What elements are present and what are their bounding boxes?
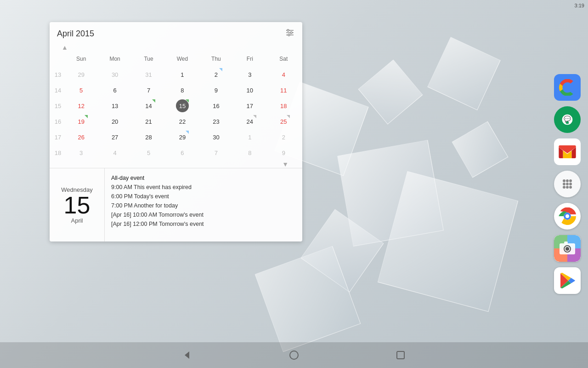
svg-point-31 [290, 351, 298, 359]
event-item: 6:00 PM Today's event [111, 192, 296, 201]
calendar-day[interactable]: 1 [233, 129, 266, 145]
calendar-day[interactable]: 8 [165, 82, 199, 98]
calendar-day[interactable]: 25 [267, 114, 300, 129]
calendar-day[interactable]: 8 [233, 145, 266, 161]
day-number: 15 [64, 193, 90, 217]
chrome-app-icon[interactable] [554, 203, 581, 230]
home-button[interactable] [287, 348, 301, 362]
week-number: 18 [51, 145, 64, 161]
calendar-day[interactable]: 23 [199, 114, 233, 129]
svg-point-16 [569, 186, 572, 189]
status-bar: 3:19 [575, 0, 588, 11]
status-time: 3:19 [575, 3, 584, 8]
calendar-day[interactable]: 7 [199, 145, 233, 161]
calendar-day[interactable]: 6 [98, 82, 131, 98]
event-item: 9:00 AM This event has expired [111, 183, 296, 191]
calendar-day[interactable]: 14 [132, 98, 165, 114]
week-number: 14 [51, 82, 64, 98]
date-display: Wednesday 15 April [50, 168, 105, 242]
events-panel: Wednesday 15 April All-day event9:00 AM … [50, 168, 302, 242]
calendar-grid-wrapper: Sun Mon Tue Wed Thu Fri Sat 132930311234… [50, 51, 302, 161]
calendar-day[interactable]: 3 [64, 145, 98, 161]
calendar-day[interactable]: 27 [98, 129, 131, 145]
tue-header: Tue [132, 51, 165, 67]
svg-text:💬: 💬 [564, 115, 571, 123]
calendar-day[interactable]: 13 [98, 98, 131, 114]
calendar-day[interactable]: 9 [199, 82, 233, 98]
fri-header: Fri [233, 51, 266, 67]
calendar-day[interactable]: 15 [165, 98, 199, 114]
calendar-day[interactable]: 26 [64, 129, 98, 145]
calendar-day[interactable]: 29 [165, 129, 199, 145]
mon-header: Mon [98, 51, 131, 67]
scroll-down-arrow[interactable]: ▼ [50, 161, 302, 168]
calendar-day[interactable]: 4 [267, 67, 300, 82]
settings-icon[interactable] [285, 28, 295, 40]
calendar-day[interactable]: 2 [267, 129, 300, 145]
calendar-day[interactable]: 20 [98, 114, 131, 129]
hangouts-app-icon[interactable]: 💬 [554, 106, 581, 133]
gmail-app-icon[interactable] [554, 138, 581, 165]
svg-point-20 [565, 214, 569, 218]
event-item: All-day event [111, 174, 296, 182]
launcher-app-icon[interactable] [554, 171, 581, 197]
week-col-header [51, 51, 64, 67]
recents-button[interactable] [393, 348, 408, 362]
wed-header: Wed [165, 51, 199, 67]
thu-header: Thu [199, 51, 233, 67]
calendar-day[interactable]: 1 [165, 67, 199, 82]
calendar-day[interactable]: 24 [233, 114, 266, 129]
calendar-day[interactable]: 9 [267, 145, 300, 161]
week-number: 13 [51, 67, 64, 82]
calendar-day[interactable]: 18 [267, 98, 300, 114]
svg-point-15 [566, 186, 569, 189]
scroll-up-arrow[interactable]: ▲ [50, 44, 302, 51]
calendar-day[interactable]: 31 [132, 67, 165, 82]
calendar-day[interactable]: 7 [132, 82, 165, 98]
week-number: 17 [51, 129, 64, 145]
svg-point-10 [569, 179, 572, 182]
calendar-day[interactable]: 21 [132, 114, 165, 129]
calendar-day[interactable]: 10 [233, 82, 266, 98]
svg-point-5 [288, 34, 290, 36]
month-name: April [71, 217, 83, 224]
svg-point-14 [563, 186, 565, 189]
calendar-day[interactable]: 28 [132, 129, 165, 145]
google-app-icon[interactable] [554, 74, 581, 101]
calendar-table: Sun Mon Tue Wed Thu Fri Sat 132930311234… [51, 51, 300, 161]
bottom-nav [0, 342, 588, 368]
sun-header: Sun [64, 51, 98, 67]
calendar-day[interactable]: 5 [64, 82, 98, 98]
calendar-day[interactable]: 16 [199, 98, 233, 114]
svg-point-12 [566, 183, 569, 185]
svg-rect-32 [397, 351, 404, 359]
event-item: [Apr 16] 10:00 AM Tomorrow's event [111, 211, 296, 219]
camera-app-icon[interactable] [554, 235, 581, 262]
calendar-day[interactable]: 30 [199, 129, 233, 145]
calendar-day[interactable]: 6 [165, 145, 199, 161]
play-store-app-icon[interactable] [554, 267, 581, 294]
calendar-day[interactable]: 11 [267, 82, 300, 98]
calendar-day[interactable]: 29 [64, 67, 98, 82]
calendar-day[interactable]: 22 [165, 114, 199, 129]
calendar-title: April 2015 [57, 29, 94, 39]
calendar-header: April 2015 [50, 22, 302, 44]
events-list: All-day event9:00 AM This event has expi… [105, 168, 302, 242]
week-number: 15 [51, 98, 64, 114]
sidebar: 💬 [547, 0, 588, 368]
svg-marker-30 [185, 351, 189, 359]
calendar-day[interactable]: 19 [64, 114, 98, 129]
week-number: 16 [51, 114, 64, 129]
svg-point-28 [565, 247, 569, 251]
calendar-day[interactable]: 5 [132, 145, 165, 161]
calendar-day[interactable]: 4 [98, 145, 131, 161]
calendar-day[interactable]: 3 [233, 67, 266, 82]
calendar-day[interactable]: 17 [233, 98, 266, 114]
back-button[interactable] [180, 348, 195, 362]
calendar-day[interactable]: 2 [199, 67, 233, 82]
calendar-widget: April 2015 ▲ Sun Mon Tue We [50, 22, 302, 242]
calendar-day[interactable]: 30 [98, 67, 131, 82]
event-item: 7:00 PM Another for today [111, 201, 296, 210]
event-item: [Apr 16] 12:00 PM Tomorrow's event [111, 220, 296, 228]
calendar-day[interactable]: 12 [64, 98, 98, 114]
